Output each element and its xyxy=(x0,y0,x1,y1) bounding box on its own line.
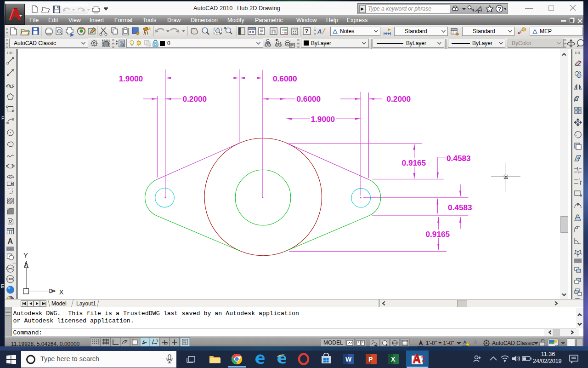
svg-text:0.2000: 0.2000 xyxy=(387,94,411,104)
svg-text:1.9000: 1.9000 xyxy=(311,115,335,124)
svg-text:1.9000: 1.9000 xyxy=(119,74,143,83)
svg-text:0.9165: 0.9165 xyxy=(402,158,426,167)
svg-text:X: X xyxy=(391,356,396,363)
svg-text:Y: Y xyxy=(23,251,28,259)
svg-text:A: A xyxy=(8,237,13,245)
svg-text:10: 10 xyxy=(422,359,426,363)
svg-text:A: A xyxy=(317,28,322,35)
svg-text:0.4583: 0.4583 xyxy=(448,203,472,212)
svg-text:0.6000: 0.6000 xyxy=(273,74,297,83)
svg-text:?: ? xyxy=(305,28,309,34)
svg-text:?: ? xyxy=(498,6,501,12)
svg-text:0.4583: 0.4583 xyxy=(447,154,471,163)
svg-text:W: W xyxy=(345,356,352,363)
svg-text:0.6000: 0.6000 xyxy=(297,94,321,104)
svg-text:P: P xyxy=(368,356,373,363)
svg-text:0.9165: 0.9165 xyxy=(426,230,450,239)
svg-text:X: X xyxy=(59,288,64,296)
svg-text:0.2000: 0.2000 xyxy=(183,94,207,104)
